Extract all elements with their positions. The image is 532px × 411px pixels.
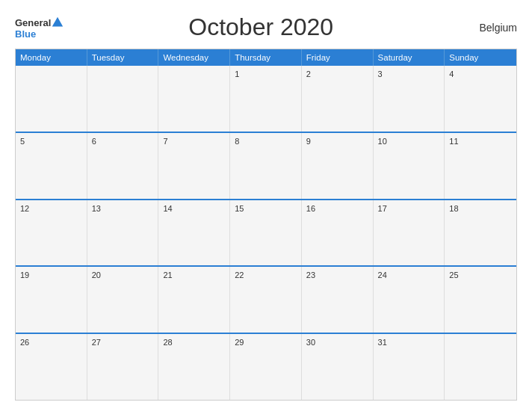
day-number: 17 xyxy=(378,204,440,213)
week-row-1: 1234 xyxy=(16,66,516,132)
day-number: 16 xyxy=(306,204,368,213)
day-cell: 29 xyxy=(230,334,302,400)
day-cell: 10 xyxy=(374,133,445,199)
day-number: 24 xyxy=(378,271,440,279)
day-cell: 25 xyxy=(445,267,516,333)
logo: General Blue xyxy=(15,16,64,39)
day-number: 5 xyxy=(20,137,82,146)
month-title: October 2020 xyxy=(64,13,457,41)
day-cell: 20 xyxy=(87,267,159,333)
day-cell: 30 xyxy=(302,334,374,400)
day-number: 9 xyxy=(306,137,368,146)
day-number: 31 xyxy=(378,338,440,347)
day-header-wednesday: Wednesday xyxy=(158,49,230,66)
day-number: 3 xyxy=(378,69,440,78)
day-cell: 24 xyxy=(374,267,445,333)
day-header-sunday: Sunday xyxy=(445,49,516,66)
logo-general-text: General xyxy=(15,18,51,28)
day-cell: 16 xyxy=(302,200,374,266)
day-number: 2 xyxy=(306,69,368,78)
day-number: 19 xyxy=(20,271,82,279)
day-cell: 11 xyxy=(445,133,516,199)
day-header-tuesday: Tuesday xyxy=(87,49,159,66)
day-cell: 4 xyxy=(445,66,516,132)
header: General Blue October 2020 Belgium xyxy=(15,13,517,41)
day-cell: 3 xyxy=(374,66,445,132)
day-cell: 5 xyxy=(16,133,87,199)
day-number: 21 xyxy=(163,271,225,279)
day-number: 22 xyxy=(235,271,297,279)
calendar-grid: MondayTuesdayWednesdayThursdayFridaySatu… xyxy=(15,49,517,401)
day-cell xyxy=(87,66,159,132)
day-cell xyxy=(16,66,87,132)
day-number: 12 xyxy=(20,204,82,213)
day-number: 25 xyxy=(449,271,512,279)
day-cell: 13 xyxy=(87,200,159,266)
day-number: 27 xyxy=(92,338,154,347)
day-number: 6 xyxy=(92,137,154,146)
day-number: 29 xyxy=(235,338,297,347)
day-number: 23 xyxy=(306,271,368,279)
week-row-4: 19202122232425 xyxy=(16,265,516,333)
day-number: 30 xyxy=(306,338,368,347)
day-cell: 9 xyxy=(302,133,374,199)
day-number: 15 xyxy=(235,204,297,213)
day-cell xyxy=(445,334,516,400)
day-cell: 12 xyxy=(16,200,87,266)
day-number: 13 xyxy=(92,204,154,213)
week-row-5: 262728293031 xyxy=(16,333,516,400)
day-cell: 8 xyxy=(230,133,302,199)
day-header-saturday: Saturday xyxy=(374,49,445,66)
day-cell: 14 xyxy=(158,200,230,266)
day-cell: 17 xyxy=(374,200,445,266)
day-number: 7 xyxy=(163,137,225,146)
day-cell: 22 xyxy=(230,267,302,333)
week-row-2: 567891011 xyxy=(16,132,516,199)
day-header-monday: Monday xyxy=(16,49,87,66)
day-cell: 23 xyxy=(302,267,374,333)
day-cell: 28 xyxy=(158,334,230,400)
day-number: 20 xyxy=(92,271,154,279)
day-headers-row: MondayTuesdayWednesdayThursdayFridaySatu… xyxy=(16,49,516,66)
day-number: 8 xyxy=(235,137,297,146)
day-cell: 21 xyxy=(158,267,230,333)
day-number: 10 xyxy=(378,137,440,146)
day-cell xyxy=(158,66,230,132)
day-number: 28 xyxy=(163,338,225,347)
day-number: 26 xyxy=(20,338,82,347)
day-number: 4 xyxy=(449,69,512,78)
day-number: 18 xyxy=(449,204,512,213)
day-number: 14 xyxy=(163,204,225,213)
day-cell: 18 xyxy=(445,200,516,266)
country-label: Belgium xyxy=(457,22,517,34)
day-number: 11 xyxy=(449,137,512,146)
day-cell: 1 xyxy=(230,66,302,132)
svg-marker-0 xyxy=(52,17,63,27)
day-header-thursday: Thursday xyxy=(230,49,302,66)
day-cell: 19 xyxy=(16,267,87,333)
day-header-friday: Friday xyxy=(302,49,374,66)
weeks-container: 1234567891011121314151617181920212223242… xyxy=(16,66,516,400)
logo-triangle-icon xyxy=(51,16,64,29)
logo-blue-text: Blue xyxy=(15,29,64,39)
week-row-3: 12131415161718 xyxy=(16,199,516,266)
day-cell: 27 xyxy=(87,334,159,400)
day-cell: 26 xyxy=(16,334,87,400)
day-cell: 2 xyxy=(302,66,374,132)
calendar-page: General Blue October 2020 Belgium Monday… xyxy=(0,0,532,411)
day-cell: 31 xyxy=(374,334,445,400)
day-cell: 15 xyxy=(230,200,302,266)
day-number: 1 xyxy=(235,69,297,78)
day-cell: 6 xyxy=(87,133,159,199)
day-cell: 7 xyxy=(158,133,230,199)
